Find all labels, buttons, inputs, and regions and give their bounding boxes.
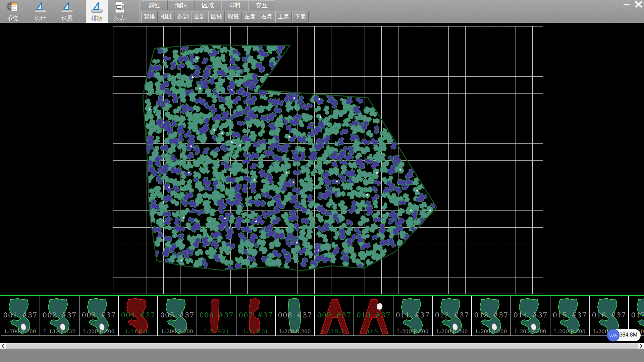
tool-align-left[interactable]: 左靠: [242, 11, 258, 22]
part-thumbnail-008_#37[interactable]: 008_#37 L:200 R:200: [275, 296, 315, 336]
tool-align-bottom[interactable]: 下靠: [292, 11, 309, 22]
part-name: 007_#37: [236, 311, 275, 319]
minimize-button[interactable]: [621, 1, 632, 8]
progress-percent-badge: 38%: [607, 329, 620, 342]
nav-nesting[interactable]: 排版: [86, 0, 108, 23]
status-band: [0, 349, 644, 362]
part-thumbnail-001_#37[interactable]: 001_#37 L:700 R:700: [1, 296, 40, 336]
chevron-right-icon: [638, 343, 644, 349]
nav-system[interactable]: 系统: [1, 0, 23, 23]
tool-align-right[interactable]: 右靠: [259, 11, 275, 22]
part-name: 006_#37: [197, 311, 236, 319]
menu-bar: 属性编辑区域排料交互: [141, 0, 275, 10]
part-lr-count: L:33 R:33: [354, 328, 393, 335]
close-icon: [633, 1, 644, 8]
part-lr-count: L:200 R:200: [511, 328, 550, 335]
part-name: 003_#37: [79, 311, 118, 319]
part-name: 017_#37: [629, 311, 644, 319]
tool-row: 聚排相机选割全割区域瑕疵左靠右靠上靠下靠: [141, 11, 309, 22]
nav-label-settings: 设置: [56, 14, 78, 22]
part-thumbnail-006_#37[interactable]: 006_#37 L:21 R:21: [197, 296, 236, 336]
tool-camera[interactable]: 相机: [158, 11, 174, 22]
part-name: 015_#37: [550, 311, 589, 319]
parts-thumbnail-strip: 001_#37 L:700 R:700 002_#37 L:132 R:132 …: [0, 296, 644, 337]
menu-item-region[interactable]: 区域: [195, 0, 221, 10]
memory-usage-label: 384.8M: [620, 332, 637, 338]
close-button[interactable]: [633, 1, 644, 8]
design-setsquare-icon: [29, 1, 51, 14]
nav-report[interactable]: 报表: [109, 0, 131, 23]
tool-cut-all[interactable]: 全割: [192, 11, 208, 22]
toolbar-separator: [140, 1, 140, 21]
parts-scrollbar[interactable]: [0, 343, 644, 349]
part-name: 008_#37: [276, 311, 314, 319]
part-lr-count: L:700 R:700: [1, 328, 40, 335]
part-thumbnail-010_#37[interactable]: 010_#37 L:33 R:33: [354, 296, 393, 336]
part-lr-count: L:200 R:200: [433, 328, 471, 335]
scroll-left-button[interactable]: [0, 343, 6, 349]
part-thumbnail-013_#37[interactable]: 013_#37 L:200 R:200: [472, 296, 511, 336]
part-lr-count: L:132 R:132: [40, 328, 79, 335]
part-lr-count: L:200 R:200: [276, 328, 314, 335]
part-lr-count: L:21 R:21: [197, 328, 236, 335]
chevron-left-icon: [0, 343, 6, 349]
part-lr-count: L:200 R:200: [393, 328, 432, 335]
leather-hide-nesting[interactable]: [0, 23, 644, 295]
scroll-right-button[interactable]: [638, 343, 644, 349]
part-name: 013_#37: [472, 311, 511, 319]
part-thumbnail-004_#37[interactable]: 004_#37 L:31 R:31: [118, 296, 158, 336]
progress-pill: 38% 384.8M: [607, 329, 641, 341]
part-name: 005_#37: [158, 311, 197, 319]
minimize-icon: [624, 4, 630, 5]
part-name: 002_#37: [40, 311, 79, 319]
part-thumbnail-011_#37[interactable]: 011_#37 L:200 R:200: [393, 296, 432, 336]
part-lr-count: L:31 R:31: [119, 328, 157, 335]
tool-cluster-nest[interactable]: 聚排: [141, 11, 158, 22]
part-name: 011_#37: [393, 311, 432, 319]
report-document-icon: [109, 1, 131, 14]
part-lr-count: L:200 R:200: [158, 328, 197, 335]
part-thumbnail-007_#37[interactable]: 007_#37 L:31 R:31: [236, 296, 275, 336]
menu-item-nest[interactable]: 排料: [221, 0, 248, 10]
part-name: 012_#37: [433, 311, 471, 319]
part-name: 014_#37: [511, 311, 550, 319]
part-thumbnail-005_#37[interactable]: 005_#37 L:200 R:200: [158, 296, 197, 336]
tool-defect[interactable]: 瑕疵: [225, 11, 241, 22]
settings-setsquare-icon: [56, 1, 78, 14]
nav-settings[interactable]: 设置: [56, 0, 78, 23]
nav-design[interactable]: 设计: [29, 0, 51, 23]
part-thumbnail-002_#37[interactable]: 002_#37 L:132 R:132: [40, 296, 79, 336]
part-thumbnail-003_#37[interactable]: 003_#37 L:200 R:200: [79, 296, 118, 336]
part-thumbnail-014_#37[interactable]: 014_#37 L:200 R:200: [511, 296, 550, 336]
menu-item-properties[interactable]: 属性: [141, 0, 168, 10]
part-thumbnail-015_#37[interactable]: 015_#37 L:200 R:200: [550, 296, 589, 336]
part-lr-count: L:200 R:200: [79, 328, 118, 335]
nesting-canvas[interactable]: [0, 23, 644, 295]
part-name: 009_#37: [315, 311, 354, 319]
part-name: 010_#37: [354, 311, 393, 319]
tool-select-cut[interactable]: 选割: [175, 11, 191, 22]
nav-label-system: 系统: [1, 14, 23, 22]
system-gear-icon: [1, 1, 23, 14]
part-thumbnail-009_#37[interactable]: 009_#37 L:32 R:31: [315, 296, 354, 336]
part-lr-count: L:200 R:200: [472, 328, 511, 335]
part-name: 016_#37: [590, 311, 628, 319]
nav-label-report: 报表: [109, 14, 131, 22]
part-lr-count: L:31 R:31: [236, 328, 275, 335]
menu-item-interact[interactable]: 交互: [248, 0, 275, 10]
part-name: 001_#37: [1, 311, 40, 319]
menu-item-edit[interactable]: 编辑: [168, 0, 195, 10]
part-thumbnail-012_#37[interactable]: 012_#37 L:200 R:200: [432, 296, 472, 336]
top-toolbar: 系统 设计 设置 排版: [0, 0, 644, 23]
part-lr-count: L:200 R:200: [550, 328, 589, 335]
part-name: 004_#37: [119, 311, 157, 319]
part-lr-count: L:32 R:31: [315, 328, 354, 335]
nav-label-design: 设计: [29, 14, 51, 22]
tool-region[interactable]: 区域: [208, 11, 225, 22]
nesting-setsquare-icon: [86, 1, 108, 14]
tool-align-top[interactable]: 上靠: [275, 11, 292, 22]
nav-label-nesting: 排版: [86, 14, 108, 22]
